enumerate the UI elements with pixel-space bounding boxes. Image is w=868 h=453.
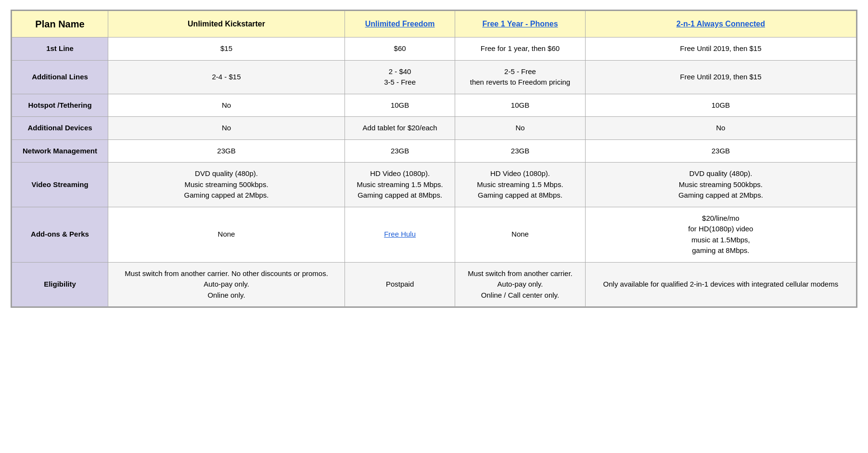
table-row: Add-ons & PerksNoneFree HuluNone$20/line…	[12, 207, 856, 262]
header-plan-name: Plan Name	[12, 11, 108, 38]
header-col4-link[interactable]: 2-n-1 Always Connected	[677, 20, 765, 28]
cell-r5-c0: DVD quality (480p).Music streaming 500kb…	[108, 163, 345, 207]
row-label-5: Video Streaming	[12, 163, 108, 207]
cell-r4-c1: 23GB	[345, 139, 455, 163]
table-row: 1st Line$15$60Free for 1 year, then $60F…	[12, 38, 856, 61]
cell-link-r6-c1[interactable]: Free Hulu	[384, 230, 416, 238]
header-col2[interactable]: Unlimited Freedom	[345, 11, 455, 38]
cell-r3-c0: No	[108, 117, 345, 140]
cell-r4-c3: 23GB	[585, 139, 856, 163]
cell-r3-c2: No	[455, 117, 586, 140]
cell-r6-c3: $20/line/mofor HD(1080p) videomusic at 1…	[585, 207, 856, 262]
cell-r2-c2: 10GB	[455, 94, 586, 117]
cell-r7-c1: Postpaid	[345, 262, 455, 307]
cell-r7-c2: Must switch from another carrier.Auto-pa…	[455, 262, 586, 307]
cell-r2-c0: No	[108, 94, 345, 117]
table-row: Network Management23GB23GB23GB23GB	[12, 139, 856, 163]
cell-r6-c2: None	[455, 207, 586, 262]
cell-r0-c3: Free Until 2019, then $15	[585, 38, 856, 61]
cell-r3-c1: Add tablet for $20/each	[345, 117, 455, 140]
row-label-4: Network Management	[12, 139, 108, 163]
cell-r6-c0: None	[108, 207, 345, 262]
cell-r4-c0: 23GB	[108, 139, 345, 163]
cell-r6-c1: Free Hulu	[345, 207, 455, 262]
cell-r4-c2: 23GB	[455, 139, 586, 163]
cell-r7-c0: Must switch from another carrier. No oth…	[108, 262, 345, 307]
cell-r2-c3: 10GB	[585, 94, 856, 117]
cell-r0-c0: $15	[108, 38, 345, 61]
cell-r2-c1: 10GB	[345, 94, 455, 117]
table-header-row: Plan Name Unlimited Kickstarter Unlimite…	[12, 11, 856, 38]
cell-r5-c3: DVD quality (480p).Music streaming 500kb…	[585, 163, 856, 207]
cell-r0-c1: $60	[345, 38, 455, 61]
cell-r1-c1: 2 - $403-5 - Free	[345, 60, 455, 94]
table-row: EligibilityMust switch from another carr…	[12, 262, 856, 307]
table-row: Hotspot /TetheringNo10GB10GB10GB	[12, 94, 856, 117]
row-label-7: Eligibility	[12, 262, 108, 307]
cell-r3-c3: No	[585, 117, 856, 140]
table-row: Video StreamingDVD quality (480p).Music …	[12, 163, 856, 207]
cell-r5-c1: HD Video (1080p).Music streaming 1.5 Mbp…	[345, 163, 455, 207]
cell-r1-c0: 2-4 - $15	[108, 60, 345, 94]
row-label-1: Additional Lines	[12, 60, 108, 94]
header-col1: Unlimited Kickstarter	[108, 11, 345, 38]
row-label-2: Hotspot /Tethering	[12, 94, 108, 117]
header-col4[interactable]: 2-n-1 Always Connected	[585, 11, 856, 38]
header-col3-link[interactable]: Free 1 Year - Phones	[482, 20, 558, 28]
row-label-0: 1st Line	[12, 38, 108, 61]
table-row: Additional DevicesNoAdd tablet for $20/e…	[12, 117, 856, 140]
header-col2-link[interactable]: Unlimited Freedom	[365, 20, 435, 28]
header-col3[interactable]: Free 1 Year - Phones	[455, 11, 586, 38]
cell-r5-c2: HD Video (1080p).Music streaming 1.5 Mbp…	[455, 163, 586, 207]
table-row: Additional Lines2-4 - $152 - $403-5 - Fr…	[12, 60, 856, 94]
row-label-3: Additional Devices	[12, 117, 108, 140]
row-label-6: Add-ons & Perks	[12, 207, 108, 262]
cell-r7-c3: Only available for qualified 2-in-1 devi…	[585, 262, 856, 307]
cell-r1-c3: Free Until 2019, then $15	[585, 60, 856, 94]
cell-r1-c2: 2-5 - Freethen reverts to Freedom pricin…	[455, 60, 586, 94]
cell-r0-c2: Free for 1 year, then $60	[455, 38, 586, 61]
comparison-table: Plan Name Unlimited Kickstarter Unlimite…	[12, 11, 856, 307]
comparison-table-wrapper: Plan Name Unlimited Kickstarter Unlimite…	[11, 10, 857, 308]
